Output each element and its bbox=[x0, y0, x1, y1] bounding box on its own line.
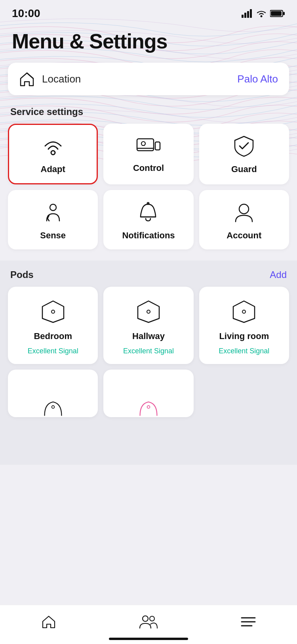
svg-rect-8 bbox=[271, 11, 282, 16]
status-icons bbox=[242, 9, 285, 18]
service-label-adapt: Adapt bbox=[41, 164, 65, 174]
pods-section: Pods Add Bedroom Excellent Signal Hallwa… bbox=[0, 261, 297, 465]
svg-point-23 bbox=[147, 310, 150, 313]
service-settings-header: Service settings bbox=[0, 106, 297, 124]
status-bar: 10:00 bbox=[0, 0, 297, 23]
notifications-icon bbox=[137, 201, 159, 224]
pod-icon-hallway bbox=[135, 298, 162, 326]
svg-rect-2 bbox=[244, 13, 246, 18]
home-indicator bbox=[109, 638, 188, 640]
pod-item-4[interactable] bbox=[8, 370, 98, 417]
pod-item-living-room[interactable]: Living room Excellent Signal bbox=[199, 287, 289, 364]
nav-home[interactable] bbox=[29, 611, 68, 632]
location-left: Location bbox=[19, 71, 81, 86]
pod-name-living-room: Living room bbox=[219, 331, 269, 341]
pod-icon-5 bbox=[135, 393, 162, 417]
service-item-guard[interactable]: Guard bbox=[199, 124, 289, 184]
status-time: 10:00 bbox=[12, 7, 40, 20]
svg-rect-12 bbox=[155, 142, 160, 150]
svg-point-5 bbox=[261, 15, 263, 17]
pod-icon-bedroom bbox=[39, 298, 67, 326]
account-icon bbox=[233, 201, 255, 224]
signal-icon bbox=[242, 9, 253, 18]
wifi-icon bbox=[256, 9, 267, 18]
pod-item-5[interactable] bbox=[103, 370, 193, 417]
svg-point-19 bbox=[239, 204, 249, 214]
location-card[interactable]: Location Palo Alto bbox=[8, 63, 289, 95]
battery-icon bbox=[270, 10, 285, 17]
svg-point-15 bbox=[50, 204, 56, 211]
nav-family[interactable] bbox=[127, 611, 170, 632]
svg-point-21 bbox=[51, 310, 55, 313]
nav-family-icon bbox=[139, 615, 158, 629]
svg-point-28 bbox=[143, 616, 148, 621]
pod-item-bedroom[interactable]: Bedroom Excellent Signal bbox=[8, 287, 98, 364]
service-item-notifications[interactable]: Notifications bbox=[103, 190, 193, 249]
service-item-sense[interactable]: Sense bbox=[8, 190, 98, 249]
svg-rect-3 bbox=[247, 11, 249, 18]
control-icon bbox=[135, 135, 161, 157]
svg-rect-7 bbox=[283, 12, 285, 15]
adapt-icon bbox=[41, 136, 65, 158]
page-title: Menu & Settings bbox=[0, 23, 297, 63]
nav-home-icon bbox=[41, 615, 56, 629]
nav-menu-icon bbox=[241, 615, 256, 628]
pod-name-hallway: Hallway bbox=[132, 331, 165, 341]
pod-item-hallway[interactable]: Hallway Excellent Signal bbox=[103, 287, 193, 364]
service-label-guard: Guard bbox=[231, 164, 257, 174]
pod-signal-hallway: Excellent Signal bbox=[123, 347, 174, 355]
service-grid: Adapt Control Guard bbox=[0, 124, 297, 261]
pods-header: Pods Add bbox=[0, 269, 297, 287]
pod-name-bedroom: Bedroom bbox=[34, 331, 72, 341]
bottom-nav bbox=[0, 605, 297, 644]
service-item-account[interactable]: Account bbox=[199, 190, 289, 249]
service-label-sense: Sense bbox=[40, 230, 66, 241]
sense-icon bbox=[42, 201, 64, 224]
pod-icon-4 bbox=[39, 393, 67, 417]
service-label-notifications: Notifications bbox=[122, 230, 175, 241]
location-label: Location bbox=[42, 73, 81, 85]
svg-point-27 bbox=[147, 406, 150, 408]
pod-icon-living-room bbox=[230, 298, 258, 326]
nav-menu[interactable] bbox=[229, 612, 268, 631]
service-item-adapt[interactable]: Adapt bbox=[8, 124, 98, 184]
svg-point-29 bbox=[150, 616, 154, 621]
pods-grid: Bedroom Excellent Signal Hallway Excelle… bbox=[0, 287, 297, 425]
guard-icon bbox=[233, 135, 255, 158]
pod-signal-bedroom: Excellent Signal bbox=[28, 347, 78, 355]
home-icon bbox=[19, 71, 35, 86]
main-content: 10:00 Menu & Settin bbox=[0, 0, 297, 465]
pods-title: Pods bbox=[10, 269, 34, 280]
svg-point-13 bbox=[141, 142, 145, 146]
service-settings-title: Service settings bbox=[10, 106, 83, 117]
service-label-account: Account bbox=[227, 230, 261, 241]
svg-marker-24 bbox=[233, 301, 255, 322]
svg-rect-14 bbox=[142, 145, 145, 146]
pods-add-button[interactable]: Add bbox=[270, 269, 287, 280]
service-settings-section: Service settings Adapt bbox=[0, 106, 297, 261]
svg-point-9 bbox=[51, 151, 55, 155]
svg-line-17 bbox=[48, 218, 49, 221]
pod-signal-living-room: Excellent Signal bbox=[219, 347, 269, 355]
svg-point-25 bbox=[242, 310, 246, 313]
svg-point-26 bbox=[51, 406, 54, 408]
svg-rect-1 bbox=[242, 15, 244, 18]
service-label-control: Control bbox=[133, 163, 164, 173]
svg-rect-4 bbox=[250, 9, 252, 18]
svg-marker-22 bbox=[138, 301, 159, 322]
svg-marker-20 bbox=[42, 301, 64, 322]
service-item-control[interactable]: Control bbox=[103, 124, 193, 184]
location-value: Palo Alto bbox=[237, 73, 278, 85]
